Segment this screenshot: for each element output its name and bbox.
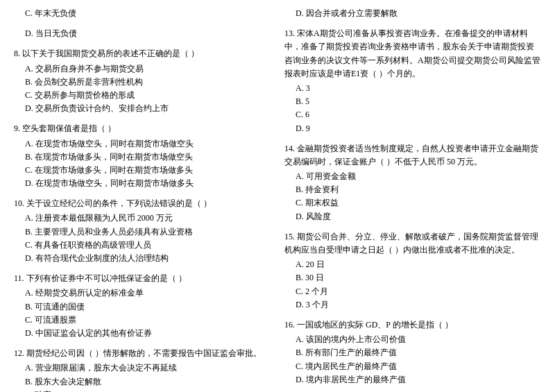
q9-option-b: B. 在现货市场做多头，同时在期货市场做空头 [14, 151, 271, 164]
q8-option-b: B. 会员制交易所是非营利性机构 [14, 76, 271, 89]
q9-title: 9. 空头套期保值者是指（ ） [14, 122, 271, 135]
q14-title: 14. 金融期货投资者适当性制度规定，自然人投资者申请开立金融期货交易编码时，保… [284, 142, 541, 169]
question-13: 13. 宋体A期货公司准备从事投资咨询业务。在准备提交的申请材料中，准备了期货投… [284, 27, 541, 135]
option-d2-text: D. 因合并或者分立需要解散 [284, 7, 541, 20]
q11-option-a: A. 经期货交易所认定的标准金单 [14, 287, 271, 300]
q14-option-a: A. 可用资金金额 [284, 170, 541, 183]
q11-title: 11. 下列有价证券中不可以冲抵保证金的是（ ） [14, 272, 271, 285]
q12-option-a: A. 营业期限届满，股东大会决定不再延续 [14, 361, 271, 375]
q16-option-c: C. 境内居民生产的最终产值 [284, 360, 541, 373]
question-16: 16. 一国或地区的实际 GD、P 的增长是指（ ） A. 该国的境内外上市公司… [284, 318, 541, 386]
q10-option-d: D. 有符合现代企业制度的法人治理结构 [14, 252, 271, 265]
q9-option-c: C. 在现货市场做多头，同时在期货市场做多头 [14, 164, 271, 177]
q13-title: 13. 宋体A期货公司准备从事投资咨询业务。在准备提交的申请材料中，准备了期货投… [284, 27, 541, 80]
q16-option-d: D. 境内非居民生产的最终产值 [284, 373, 541, 386]
q15-option-c: C. 2 个月 [284, 285, 541, 298]
question-9: 9. 空头套期保值者是指（ ） A. 在现货市场做空头，同时在期货市场做空头 B… [14, 122, 271, 190]
q12-option-b: B. 股东大会决定解散 [14, 375, 271, 389]
q9-option-a: A. 在现货市场做空头，同时在期货市场做空头 [14, 137, 271, 151]
q12-option-c: C. 破产 [14, 389, 271, 392]
right-column: D. 因合并或者分立需要解散 13. 宋体A期货公司准备从事投资咨询业务。在准备… [284, 7, 541, 392]
q16-title: 16. 一国或地区的实际 GD、P 的增长是指（ ） [284, 318, 541, 332]
option-d-prev: D. 当日无负债 [14, 27, 271, 40]
q16-option-a: A. 该国的境内外上市公司价值 [284, 333, 541, 346]
q14-option-d: D. 风险度 [284, 210, 541, 223]
q10-option-a: A. 注册资本最低限额为人民币 2000 万元 [14, 212, 271, 225]
question-10: 10. 关于设立经纪公司的条件，下列说法错误的是（ ） A. 注册资本最低限额为… [14, 197, 271, 265]
page-container: C. 年末无负债 D. 当日无负债 8. 以下关于我国期货交易所的表述不正确的是… [14, 7, 541, 392]
content-columns: C. 年末无负债 D. 当日无负债 8. 以下关于我国期货交易所的表述不正确的是… [14, 7, 541, 392]
question-8: 8. 以下关于我国期货交易所的表述不正确的是（ ） A. 交易所自身并不参与期货… [14, 47, 271, 115]
q12-title: 12. 期货经纪公司因（ ）情形解散的，不需要报告中国证监会审批。 [14, 347, 271, 360]
q13-option-b: B. 5 [284, 95, 541, 108]
q14-option-b: B. 持金资利 [284, 183, 541, 196]
q10-option-b: B. 主要管理人员和业务人员必须具有从业资格 [14, 225, 271, 239]
left-column: C. 年末无负债 D. 当日无负债 8. 以下关于我国期货交易所的表述不正确的是… [14, 7, 271, 392]
question-14: 14. 金融期货投资者适当性制度规定，自然人投资者申请开立金融期货交易编码时，保… [284, 142, 541, 223]
q15-option-b: B. 30 日 [284, 271, 541, 284]
option-d-text: D. 当日无负债 [14, 27, 271, 40]
q8-option-d: D. 交易所负责设计合约、安排合约上市 [14, 102, 271, 115]
q8-option-a: A. 交易所自身并不参与期货交易 [14, 62, 271, 76]
q11-option-b: B. 可流通的国债 [14, 300, 271, 314]
q10-title: 10. 关于设立经纪公司的条件，下列说法错误的是（ ） [14, 197, 271, 210]
q11-option-d: D. 中国证监会认定的其他有价证券 [14, 327, 271, 340]
option-c-text: C. 年末无负债 [14, 7, 271, 20]
q15-option-d: D. 3 个月 [284, 298, 541, 312]
q9-option-d: D. 在现货市场做空头，同时在期货市场做多头 [14, 177, 271, 190]
option-d2-prev: D. 因合并或者分立需要解散 [284, 7, 541, 20]
q13-option-a: A. 3 [284, 82, 541, 95]
q14-option-c: C. 期末权益 [284, 196, 541, 210]
q13-option-d: D. 9 [284, 122, 541, 135]
q13-option-c: C. 6 [284, 108, 541, 121]
question-15: 15. 期货公司合并、分立、停业、解散或者破产，国务院期货监督管理机构应当自受理… [284, 230, 541, 312]
question-12: 12. 期货经纪公司因（ ）情形解散的，不需要报告中国证监会审批。 A. 营业期… [14, 347, 271, 392]
option-c-prev: C. 年末无负债 [14, 7, 271, 20]
q16-option-b: B. 所有部门生产的最终产值 [284, 346, 541, 359]
q15-title: 15. 期货公司合并、分立、停业、解散或者破产，国务院期货监督管理机构应当自受理… [284, 230, 541, 257]
q8-option-c: C. 交易所参与期货价格的形成 [14, 89, 271, 102]
q8-title: 8. 以下关于我国期货交易所的表述不正确的是（ ） [14, 47, 271, 60]
q15-option-a: A. 20 日 [284, 258, 541, 271]
question-11: 11. 下列有价证券中不可以冲抵保证金的是（ ） A. 经期货交易所认定的标准金… [14, 272, 271, 340]
q10-option-c: C. 有具备任职资格的高级管理人员 [14, 239, 271, 252]
q11-option-c: C. 可流通股票 [14, 314, 271, 327]
